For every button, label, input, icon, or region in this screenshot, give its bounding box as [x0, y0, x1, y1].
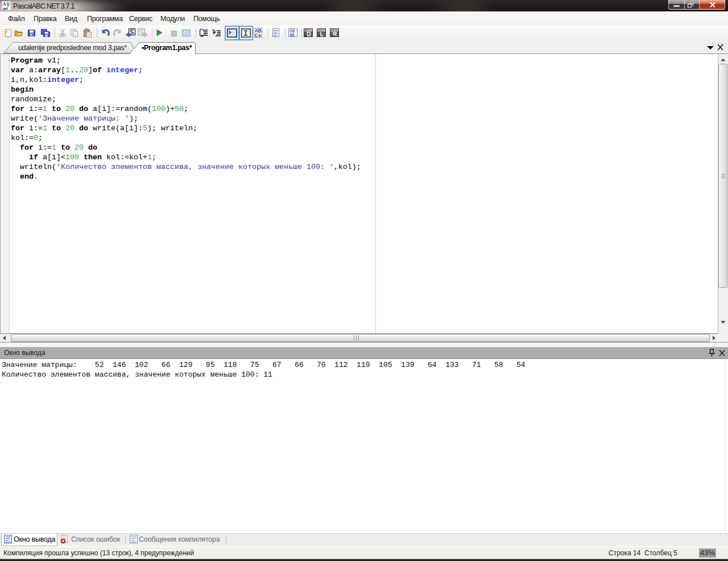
svg-text:+: + — [258, 32, 262, 39]
svg-text:DE: DE — [290, 33, 295, 38]
